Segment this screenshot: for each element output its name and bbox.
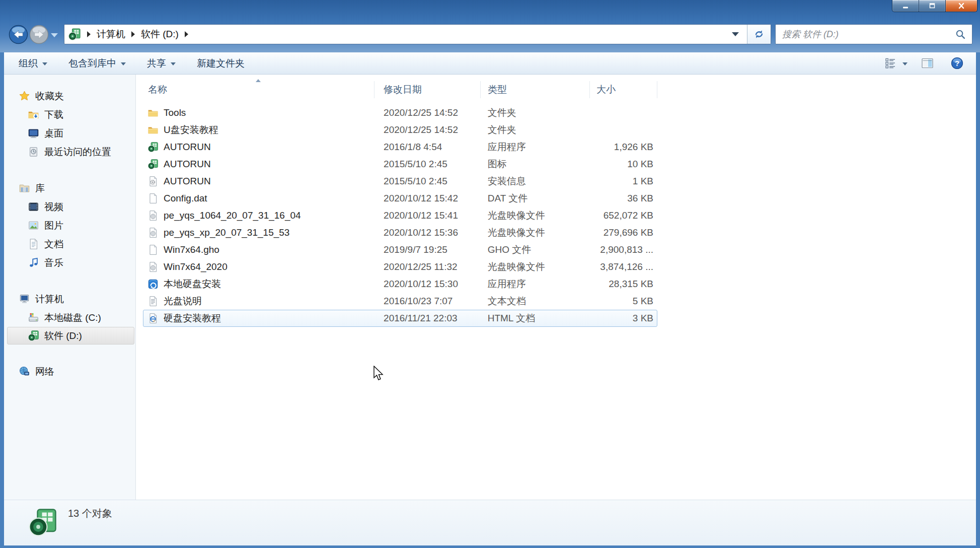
breadcrumb-computer[interactable]: 计算机	[97, 28, 125, 41]
file-name-cell: Tools	[143, 107, 374, 118]
search-box[interactable]: 搜索 软件 (D:)	[775, 24, 972, 44]
file-list-pane[interactable]: 名称 修改日期 类型 大小 Tools2020/12/25 14:52文件夹U盘…	[136, 75, 976, 500]
search-icon[interactable]	[955, 29, 966, 40]
toolbar-share-button[interactable]: 共享	[147, 57, 176, 70]
column-header-date-modified[interactable]: 修改日期	[374, 81, 481, 98]
table-row[interactable]: AUTORUN2016/1/8 4:54应用程序1,926 KB	[143, 139, 657, 156]
file-name: U盘安装教程	[164, 123, 218, 136]
file-date: 2020/12/25 14:52	[374, 107, 481, 118]
file-name: Win7x64_2020	[164, 261, 228, 272]
toolbar-label: 组织	[19, 57, 38, 70]
file-rows: Tools2020/12/25 14:52文件夹U盘安装教程2020/12/25…	[143, 104, 657, 327]
refresh-button[interactable]	[747, 25, 771, 44]
column-header-name[interactable]: 名称	[143, 81, 374, 98]
table-row[interactable]: AUTORUN2015/5/10 2:45安装信息1 KB	[143, 173, 657, 190]
table-row[interactable]: Win7x64.gho2019/9/7 19:25GHO 文件2,900,813…	[143, 241, 657, 258]
search-placeholder: 搜索 软件 (D:)	[782, 28, 955, 40]
sidebar-item-videos[interactable]: 视频	[4, 197, 135, 216]
network-icon	[19, 366, 30, 377]
sidebar-item-label: 计算机	[35, 293, 64, 306]
star-icon	[19, 90, 30, 102]
file-name-cell: 硬盘安装教程	[143, 312, 374, 325]
sidebar-item-drive-c[interactable]: 本地磁盘 (C:)	[4, 308, 135, 327]
recent-pages-chevron-icon[interactable]	[51, 33, 58, 37]
table-row[interactable]: pe_yqs_1064_20_07_31_16_042020/10/12 15:…	[143, 207, 657, 224]
table-row[interactable]: 光盘说明2016/10/23 7:07文本文档5 KB	[143, 293, 657, 310]
file-date: 2016/1/8 4:54	[374, 142, 481, 153]
recent-places-icon	[28, 146, 39, 158]
breadcrumb-drive-d[interactable]: 软件 (D:)	[141, 28, 179, 41]
table-row[interactable]: Config.dat2020/10/12 15:42DAT 文件36 KB	[143, 190, 657, 207]
sidebar-group-label-computer[interactable]: 计算机	[4, 290, 135, 308]
file-size: 2,900,813 ...	[589, 244, 657, 255]
file-size: 5 KB	[589, 296, 657, 307]
file-type: 文件夹	[481, 123, 590, 136]
change-view-button[interactable]	[884, 56, 908, 70]
file-name-cell: Config.dat	[143, 193, 374, 204]
pictures-icon	[28, 220, 39, 231]
file-type: 安装信息	[481, 175, 590, 188]
back-button[interactable]	[9, 25, 28, 44]
sidebar-group-label-network[interactable]: 网络	[4, 362, 135, 381]
file-name: Win7x64.gho	[164, 244, 219, 255]
toolbar-organize-button[interactable]: 组织	[19, 57, 47, 70]
table-row[interactable]: 硬盘安装教程2016/11/21 22:03HTML 文档3 KB	[143, 310, 657, 327]
downloads-folder-icon	[28, 109, 39, 120]
sidebar-item-label: 图片	[44, 219, 63, 232]
title-bar[interactable]	[0, 0, 980, 23]
sidebar-item-drive-d[interactable]: 软件 (D:)	[7, 327, 134, 345]
table-row[interactable]: 本地硬盘安装2020/10/12 15:30应用程序28,315 KB	[143, 276, 657, 293]
toolbar-include-in-library-button[interactable]: 包含到库中	[68, 57, 126, 70]
sidebar-group-label-libraries[interactable]: 库	[4, 179, 135, 197]
chevron-down-icon	[121, 62, 126, 65]
breadcrumb-arrow-icon[interactable]	[87, 31, 91, 37]
sidebar-item-desktop[interactable]: 桌面	[4, 124, 135, 143]
address-dropdown-icon[interactable]	[732, 32, 739, 36]
preview-pane-button[interactable]	[921, 56, 934, 70]
file-type: 应用程序	[481, 278, 590, 291]
table-row[interactable]: pe_yqs_xp_20_07_31_15_532020/10/12 15:36…	[143, 224, 657, 241]
sidebar-group-computer: 计算机本地磁盘 (C:)软件 (D:)	[4, 290, 135, 345]
column-header-type[interactable]: 类型	[481, 81, 590, 98]
forward-button[interactable]	[29, 25, 49, 44]
drive-c-icon	[28, 312, 39, 323]
view-list-icon	[884, 56, 897, 70]
table-row[interactable]: AUTORUN2015/5/10 2:45图标10 KB	[143, 156, 657, 173]
toolbar-label: 共享	[147, 57, 166, 70]
maximize-button[interactable]	[919, 0, 945, 12]
disc-image-icon	[147, 261, 159, 272]
close-button[interactable]	[945, 0, 977, 12]
table-row[interactable]: Win7x64_20202020/12/25 11:32光盘映像文件3,874,…	[143, 258, 657, 276]
file-size: 3,874,126 ...	[589, 261, 657, 272]
green-drive-icon	[28, 503, 58, 541]
minimize-button[interactable]	[892, 0, 919, 12]
breadcrumb-arrow-icon[interactable]	[131, 31, 135, 37]
sidebar-item-documents[interactable]: 文档	[4, 235, 135, 253]
file-type: HTML 文档	[481, 312, 590, 325]
breadcrumb-arrow-icon[interactable]	[185, 31, 188, 37]
explorer-window: 计算机 软件 (D:) 搜索 软件 (D:) 组织包含到库中共享新建文件夹	[0, 0, 980, 548]
chevron-down-icon	[902, 62, 908, 65]
sidebar-item-label: 本地磁盘 (C:)	[44, 311, 101, 324]
file-name-cell: Win7x64.gho	[143, 244, 374, 255]
file-name-cell: AUTORUN	[143, 176, 374, 187]
folder-icon	[147, 107, 159, 118]
file-size: 279,696 KB	[589, 227, 657, 238]
file-name: Config.dat	[164, 193, 207, 204]
sidebar-item-label: 库	[35, 182, 45, 195]
toolbar-new-folder-button[interactable]: 新建文件夹	[197, 57, 245, 70]
help-button[interactable]: ?	[950, 56, 964, 70]
navigation-pane: 收藏夹下载桌面最近访问的位置库视频图片文档音乐计算机本地磁盘 (C:)软件 (D…	[4, 75, 136, 500]
sidebar-item-pictures[interactable]: 图片	[4, 216, 135, 235]
file-name-cell: pe_yqs_xp_20_07_31_15_53	[143, 227, 374, 238]
sidebar-item-recent-places[interactable]: 最近访问的位置	[4, 143, 135, 161]
address-bar[interactable]: 计算机 软件 (D:)	[64, 24, 771, 44]
sidebar-item-downloads[interactable]: 下载	[4, 105, 135, 124]
sidebar-item-music[interactable]: 音乐	[4, 253, 135, 272]
back-arrow-icon	[9, 25, 28, 44]
sidebar-group-label-favorites[interactable]: 收藏夹	[4, 87, 135, 105]
column-header-size[interactable]: 大小	[590, 81, 657, 98]
table-row[interactable]: Tools2020/12/25 14:52文件夹	[143, 104, 657, 121]
table-row[interactable]: U盘安装教程2020/12/25 14:52文件夹	[143, 121, 657, 139]
toolbar-label: 新建文件夹	[197, 57, 245, 70]
